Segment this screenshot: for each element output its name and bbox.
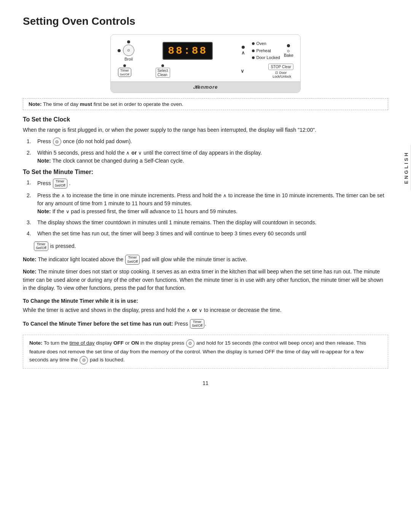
bake-label: Bake: [284, 53, 293, 58]
change-timer-text: While the timer is active and shows in t…: [23, 306, 388, 315]
panel-bottom-row: Timer Set/Off Select Clean ∨ STOP Clear …: [118, 64, 293, 78]
timer-icon-cancel: TimerSet/Off: [190, 319, 204, 329]
up-arrow-inline: ∧: [126, 150, 130, 156]
minute-timer-step-1: 1. Press TimerSet/Off .: [27, 179, 388, 189]
timer-icon-step4: TimerSet/Off: [34, 241, 48, 251]
panel-dot-left: [118, 49, 121, 52]
note-bottom-text: Note: To turn the time of day display OF…: [29, 340, 366, 363]
page-title: Setting Oven Controls: [23, 15, 388, 27]
clock-icon: ⊙: [53, 137, 61, 146]
up-arrow-step2b: ∧: [223, 193, 227, 198]
set-clock-section: To Set the Clock When the range is first…: [23, 116, 388, 165]
status-panel: Oven Preheat Door Locked: [252, 40, 280, 61]
change-timer-header: To Change the Minute Timer while it is i…: [23, 298, 388, 304]
oven-panel-diagram: ⊙ Broil 88:88 ∧ Oven Preheat Door Locked: [110, 34, 301, 93]
panel-dot-right-top: [242, 46, 245, 49]
note-top-box: Note: The time of day must first be set …: [23, 98, 388, 110]
down-arrow-step2: ∨: [66, 209, 70, 214]
down-arrow-inline: ∨: [138, 150, 142, 156]
minute-timer-note2: Note: The minute timer does not start or…: [23, 268, 388, 292]
timer-icon-note1: TimerSet/Off: [125, 255, 140, 265]
side-label: ENGLISH: [402, 145, 411, 190]
broil-button: ⊙ Broil: [123, 40, 134, 61]
select-clean-button: Select Clean: [156, 64, 170, 78]
up-arrow-step2: ∧: [61, 193, 65, 198]
bake-circle: ⊙: [287, 48, 290, 53]
timer-icon-1: TimerSet/Off: [53, 179, 67, 189]
set-minute-timer-section: To Set the Minute Timer: 1. Press TimerS…: [23, 169, 388, 329]
set-minute-timer-header: To Set the Minute Timer:: [23, 169, 388, 176]
oven-display: 88:88: [162, 42, 213, 60]
note-bottom-box: Note: To turn the time of day display OF…: [23, 335, 388, 368]
minute-timer-step-3: 3. The display shows the timer countdown…: [27, 219, 388, 227]
set-clock-steps: 1. Press ⊙ once (do not hold pad down). …: [27, 137, 388, 165]
minute-timer-steps: 1. Press TimerSet/Off . 2. Press the ∧ t…: [27, 179, 388, 238]
stop-clear-button: STOP Clear ⊡ Door Lock/Unlock: [268, 64, 293, 78]
up-arrow: ∧: [241, 50, 245, 56]
set-clock-header: To Set the Clock: [23, 116, 388, 123]
set-clock-step-1: 1. Press ⊙ once (do not hold pad down).: [27, 137, 388, 146]
broil-label: Broil: [124, 57, 133, 61]
kenmore-brand: 𝒦enmore: [111, 81, 300, 93]
up-arrow-change: ∧: [186, 307, 190, 313]
bake-button: ⊙ Bake: [284, 44, 293, 58]
cancel-timer-line: To Cancel the Minute Timer before the se…: [23, 319, 388, 329]
set-clock-intro: When the range is first plugged in, or w…: [23, 126, 388, 134]
clock-icon-bottom2: ⊙: [80, 356, 88, 364]
minute-timer-note1: Note: The indicator light located above …: [23, 255, 388, 265]
broil-circle: ⊙: [123, 45, 134, 56]
minute-timer-step-4: 4. When the set time has run out, the ti…: [27, 230, 388, 238]
step4-continuation: TimerSet/Off is pressed.: [33, 241, 388, 251]
set-clock-step-2: 2. Within 5 seconds, press and hold the …: [27, 149, 388, 165]
minute-timer-step-2: 2. Press the ∧ to increase the time in o…: [27, 192, 388, 216]
down-arrow-change: ∨: [199, 307, 202, 313]
clock-icon-bottom1: ⊙: [186, 339, 194, 348]
down-arrow: ∨: [241, 68, 244, 74]
page-number: 11: [23, 380, 388, 386]
note-top-text: Note: The time of day must first be set …: [29, 101, 183, 107]
timer-button: Timer Set/Off: [118, 64, 132, 78]
